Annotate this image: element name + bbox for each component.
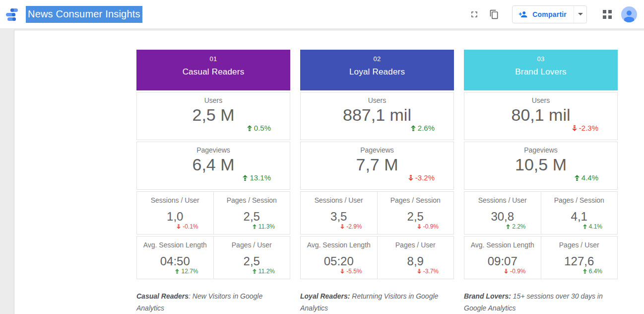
metric-value: 7,7 M (301, 155, 453, 174)
metric-delta: 4.1% (541, 223, 618, 230)
metric-delta: 2.6% (301, 124, 453, 132)
segment-name: Loyal Readers (300, 67, 454, 77)
arrow-down-icon (572, 125, 577, 131)
metric-label: Pageviews (464, 146, 617, 154)
metric-value: 4,1 (541, 210, 618, 223)
metric-delta: 12.7% (137, 268, 213, 275)
metric-delta: -3.2% (301, 173, 453, 182)
metric-value: 2,5 M (137, 105, 290, 124)
metric-label: Pageviews (301, 146, 453, 154)
metrics-row: Avg. Session Length 05:20 -5.5% Pages / … (300, 236, 454, 279)
metric-value: 10,5 M (464, 155, 617, 174)
copy-pages-icon[interactable] (485, 5, 503, 23)
metric-value: 30,8 (464, 210, 541, 223)
arrow-up-icon (253, 269, 257, 274)
metric-value: 887,1 mil (301, 105, 453, 124)
segment-number: 02 (300, 55, 454, 63)
metric-value: 09:07 (464, 255, 541, 268)
metric-delta: 11.3% (214, 223, 290, 230)
segment-header: 02 Loyal Readers (300, 50, 454, 90)
metric-label: Users (301, 96, 453, 104)
metric-value: 2,5 (214, 210, 290, 223)
fullscreen-icon[interactable] (465, 5, 483, 23)
avg-session-length-scorecard: Avg. Session Length 05:20 -5.5% (301, 236, 377, 279)
metric-label: Pageviews (137, 146, 290, 154)
pages-per-session-scorecard: Pages / Session 2,5 -0.9% (377, 192, 454, 234)
metrics-row: Sessions / User 30,8 2.2% Pages / Sessio… (464, 191, 618, 235)
segment-card-brand-lovers: 03 Brand Lovers Users 80,1 mil -2.3% Pag… (464, 50, 618, 279)
share-button-label: Compartir (532, 10, 567, 18)
pages-per-session-scorecard: Pages / Session 4,1 4.1% (541, 192, 618, 234)
metric-value: 05:20 (301, 255, 377, 268)
metric-delta: 11.2% (214, 268, 290, 275)
metric-delta: -0.1% (137, 223, 213, 230)
metric-value: 6,4 M (137, 155, 290, 174)
arrow-up-icon (253, 224, 257, 229)
sessions-per-user-scorecard: Sessions / User 3,5 -2.9% (301, 192, 377, 234)
arrow-down-icon (417, 269, 421, 274)
pageviews-scorecard: Pageviews 7,7 M -3.2% (300, 142, 454, 190)
segment-header: 01 Casual Readers (136, 50, 290, 90)
metric-delta: 2.2% (464, 223, 541, 230)
metric-delta: 13.1% (137, 173, 290, 182)
metric-delta: 6.4% (541, 268, 618, 275)
segment-name: Casual Readers (136, 67, 290, 77)
arrow-up-icon (583, 224, 587, 229)
segment-footnote: Brand Lovers: 15+ sessions over 30 days … (464, 290, 605, 314)
metrics-row: Sessions / User 3,5 -2.9% Pages / Sessio… (300, 191, 454, 235)
person-add-icon (518, 10, 527, 19)
metric-label: Users (137, 96, 290, 104)
arrow-down-icon (408, 175, 413, 181)
metric-value: 8,9 (378, 255, 454, 268)
data-studio-logo-icon (5, 7, 21, 21)
metric-value: 127,6 (541, 255, 618, 268)
segment-card-loyal-readers: 02 Loyal Readers Users 887,1 mil 2.6% Pa… (300, 50, 454, 279)
segment-footnote: Casual Readers: New Visitors in Google A… (136, 290, 278, 314)
avg-session-length-scorecard: Avg. Session Length 09:07 -0.9% (464, 236, 541, 279)
users-scorecard: Users 2,5 M 0.5% (136, 92, 290, 140)
segment-name: Brand Lovers (464, 67, 618, 77)
metric-delta: 4.4% (464, 173, 617, 182)
pages-per-session-scorecard: Pages / Session 2,5 11.3% (213, 192, 290, 234)
pages-per-user-scorecard: Pages / User 127,6 6.4% (541, 236, 618, 279)
person-icon (622, 7, 637, 22)
arrow-down-icon (340, 269, 344, 274)
pages-per-user-scorecard: Pages / User 2,5 11.2% (213, 236, 290, 279)
arrow-down-icon (340, 224, 344, 229)
metrics-row: Avg. Session Length 09:07 -0.9% Pages / … (464, 236, 618, 279)
metric-delta: -5.5% (301, 268, 377, 275)
metric-value: 3,5 (301, 210, 377, 223)
arrow-up-icon (411, 125, 416, 131)
workspace-background: 01 Casual Readers Users 2,5 M 0.5% Pagev… (0, 29, 644, 314)
arrow-down-icon (504, 269, 508, 274)
arrow-down-icon (177, 224, 181, 229)
users-scorecard: Users 80,1 mil -2.3% (464, 92, 618, 140)
users-scorecard: Users 887,1 mil 2.6% (300, 92, 454, 140)
metric-value: 80,1 mil (464, 105, 617, 124)
arrow-up-icon (506, 224, 510, 229)
metrics-row: Sessions / User 1,0 -0.1% Pages / Sessio… (136, 191, 290, 235)
share-button-main[interactable]: Compartir (513, 6, 574, 23)
arrow-down-icon (417, 224, 421, 229)
arrow-up-icon (243, 175, 248, 181)
metric-delta: -2.9% (301, 223, 377, 230)
app-bar: News Consumer Insights Compartir (0, 0, 644, 29)
share-dropdown-button[interactable] (574, 6, 586, 23)
metric-label: Users (464, 96, 617, 104)
avatar[interactable] (621, 6, 637, 22)
metric-value: 1,0 (137, 210, 213, 223)
metric-delta: -3.7% (378, 268, 454, 275)
metrics-row: Avg. Session Length 04:50 12.7% Pages / … (136, 236, 290, 279)
metric-value: 2,5 (378, 210, 454, 223)
arrow-up-icon (575, 175, 580, 181)
metric-value: 2,5 (214, 255, 290, 268)
metric-delta: -0.9% (378, 223, 454, 230)
share-button[interactable]: Compartir (512, 5, 587, 23)
grid-view-icon[interactable] (603, 10, 612, 19)
metric-value: 04:50 (137, 255, 213, 268)
metric-delta: -0.9% (464, 268, 541, 275)
segment-number: 01 (136, 55, 290, 63)
report-canvas: 01 Casual Readers Users 2,5 M 0.5% Pagev… (14, 30, 644, 314)
report-title[interactable]: News Consumer Insights (26, 6, 142, 23)
segment-header: 03 Brand Lovers (464, 50, 618, 90)
